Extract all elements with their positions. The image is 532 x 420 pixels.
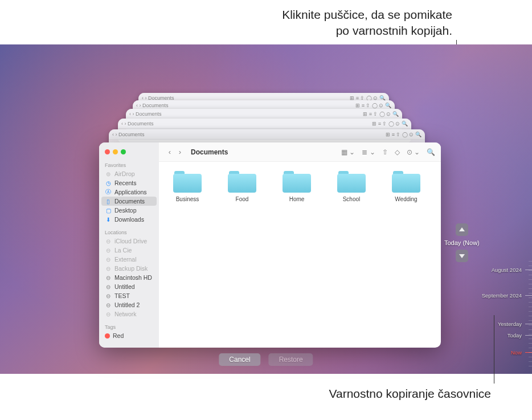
sidebar-item-macintosh-hd[interactable]: ⊖Macintosh HD: [99, 273, 159, 282]
search-icon[interactable]: 🔍: [427, 148, 435, 156]
timeline-minor-tick: [529, 261, 532, 262]
timeline-minor-tick: [529, 311, 532, 312]
sidebar-item-applications[interactable]: ⒶApplications: [99, 187, 159, 197]
callout-timeline: Varnostno kopiranje časovnice: [329, 387, 491, 401]
timeline-minor-tick: [529, 270, 532, 271]
sidebar-heading: Favorites: [99, 161, 159, 169]
sidebar-item-downloads[interactable]: ⬇Downloads: [99, 215, 159, 224]
timeline-minor-tick: [529, 279, 532, 280]
maximize-icon[interactable]: [121, 149, 126, 154]
disk-icon: ⊖: [105, 265, 112, 272]
disk-icon: ⊖: [105, 283, 112, 290]
sidebar-item-label: La Cie: [114, 247, 132, 254]
sidebar-item-label: Untitled: [114, 283, 135, 290]
restore-button[interactable]: Restore: [269, 353, 313, 366]
timeline-minor-tick: [529, 288, 532, 289]
timeline-minor-tick: [529, 307, 532, 307]
finder-main: ‹ › Documents ▦ ⌄ ≣ ⌄ ⇧ ◇ ⊙ ⌄ 🔍 Business…: [159, 142, 441, 348]
sidebar-item-backup-disk[interactable]: ⊖Backup Disk: [99, 264, 159, 273]
sidebar-heading: Tags: [99, 323, 159, 331]
sidebar-item-label: Macintosh HD: [114, 274, 152, 281]
cancel-button[interactable]: Cancel: [219, 353, 260, 366]
arrow-up-button[interactable]: [456, 223, 468, 236]
timeline-label[interactable]: August 2024: [492, 267, 522, 273]
time-machine-nav: Today (Now): [444, 223, 480, 262]
timeline-minor-tick: [529, 297, 532, 298]
disk-icon: ⊖: [105, 256, 112, 263]
timeline-minor-tick: [529, 339, 532, 339]
timeline-minor-tick: [529, 361, 532, 362]
timeline-minor-tick: [529, 320, 532, 321]
more-icon[interactable]: ⊙ ⌄: [407, 148, 420, 156]
sidebar-item-icloud-drive[interactable]: ⊖iCloud Drive: [99, 236, 159, 246]
folder-icon: ◷: [105, 180, 112, 186]
sidebar-item-recents[interactable]: ◷Recents: [99, 178, 159, 187]
folder-grid: BusinessFoodHomeSchoolWedding: [159, 162, 441, 348]
sidebar-heading: Locations: [99, 229, 159, 236]
folder-label: Food: [236, 196, 249, 202]
sidebar-tag-red[interactable]: Red: [99, 331, 159, 340]
timeline-tick: [525, 295, 532, 296]
callout-arrows: Kliknite puščice, da se pomikate po varn…: [282, 7, 452, 39]
sidebar-item-untitled[interactable]: ⊖Untitled: [99, 282, 159, 291]
folder-business[interactable]: Business: [166, 171, 209, 202]
sidebar-item-external[interactable]: ⊖External: [99, 255, 159, 264]
disk-icon: ⊖: [105, 292, 112, 299]
sidebar-item-label: Downloads: [114, 216, 144, 223]
folder-icon: [283, 171, 311, 193]
tag-dot-icon: [105, 333, 110, 339]
folder-icon: ⬇: [105, 216, 112, 223]
timeline-minor-tick: [529, 334, 532, 335]
share-icon[interactable]: ⇧: [382, 148, 388, 156]
folder-home[interactable]: Home: [275, 171, 318, 202]
sidebar-favorites: Favorites ⊚AirDrop◷RecentsⒶApplications▯…: [99, 160, 159, 227]
folder-icon: Ⓐ: [105, 189, 112, 195]
sidebar-item-test[interactable]: ⊖TEST: [99, 291, 159, 300]
folder-label: Business: [176, 196, 199, 202]
sidebar-item-label: Documents: [114, 198, 145, 205]
timeline-label[interactable]: Today: [508, 332, 522, 339]
forward-button[interactable]: ›: [175, 147, 185, 157]
back-button[interactable]: ‹: [165, 147, 175, 157]
timeline-label[interactable]: Now: [511, 349, 522, 356]
timeline-minor-tick: [529, 316, 532, 316]
backup-timeline[interactable]: August 2024September 2024YesterdayTodayN…: [486, 261, 532, 392]
timeline-minor-tick: [529, 325, 532, 325]
sidebar-item-desktop[interactable]: ▢Desktop: [99, 206, 159, 215]
disk-icon: ⊖: [105, 301, 112, 308]
sidebar-item-label: Untitled 2: [114, 301, 140, 308]
sidebar-item-label: iCloud Drive: [114, 238, 147, 244]
sidebar-item-la-cie[interactable]: ⊖La Cie: [99, 246, 159, 255]
timeline-label[interactable]: September 2024: [482, 292, 522, 299]
sidebar-item-label: External: [114, 256, 137, 263]
sidebar-item-label: Applications: [114, 189, 147, 195]
folder-wedding[interactable]: Wedding: [384, 171, 428, 202]
minimize-icon[interactable]: [113, 149, 118, 154]
timeline-minor-tick: [529, 329, 532, 330]
timeline-label[interactable]: Yesterday: [498, 321, 522, 327]
callout-text: po varnostnih kopijah.: [282, 23, 452, 39]
close-icon[interactable]: [105, 149, 110, 154]
group-icon[interactable]: ≣ ⌄: [362, 148, 375, 156]
callout-leader-line: [494, 315, 494, 384]
sidebar-item-airdrop[interactable]: ⊚AirDrop: [99, 169, 159, 178]
finder-sidebar: Favorites ⊚AirDrop◷RecentsⒶApplications▯…: [99, 142, 159, 348]
view-icons-icon[interactable]: ▦ ⌄: [341, 148, 355, 156]
arrow-down-button[interactable]: [456, 250, 468, 262]
timeline-minor-tick: [529, 293, 532, 293]
finder-toolbar: ‹ › Documents ▦ ⌄ ≣ ⌄ ⇧ ◇ ⊙ ⌄ 🔍: [159, 142, 441, 162]
sidebar-item-network[interactable]: ⊖Network: [99, 309, 159, 319]
sidebar-item-label: TEST: [114, 292, 130, 299]
folder-food[interactable]: Food: [220, 171, 264, 202]
timeline-minor-tick: [529, 266, 532, 266]
sidebar-item-untitled-2[interactable]: ⊖Untitled 2: [99, 300, 159, 309]
tag-icon[interactable]: ◇: [395, 148, 400, 156]
current-snapshot-label: Today (Now): [444, 239, 480, 246]
sidebar-item-documents[interactable]: ▯Documents: [101, 197, 157, 206]
folder-icon: [337, 171, 366, 193]
sidebar-item-label: Red: [113, 332, 124, 339]
folder-label: Wedding: [395, 196, 417, 202]
folder-icon: [173, 171, 202, 193]
sidebar-item-label: AirDrop: [114, 170, 135, 177]
folder-school[interactable]: School: [330, 171, 373, 202]
